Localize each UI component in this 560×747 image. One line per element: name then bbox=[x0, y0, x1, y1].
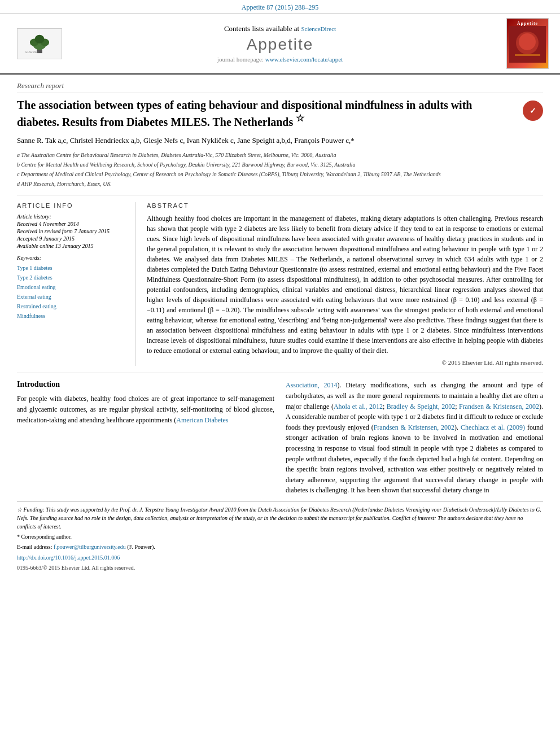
section-tag: Research report bbox=[17, 81, 543, 93]
email-link[interactable]: f.pouwer@tilburguniversity.edu bbox=[54, 544, 126, 550]
affiliations: a The Australian Centre for Behavioural … bbox=[17, 151, 543, 188]
article-info-section: ARTICLE INFO Article history: Received 4… bbox=[17, 202, 127, 321]
svg-point-4 bbox=[34, 35, 44, 43]
cover-image bbox=[509, 26, 546, 63]
intro-right: Association, 2014). Dietary modification… bbox=[286, 380, 543, 496]
article-title: The association between types of eating … bbox=[17, 98, 523, 129]
journal-cover-area: Appetite bbox=[492, 18, 549, 69]
keyword-5: Restrained eating bbox=[17, 302, 127, 311]
affiliation-d: d AHP Research, Hornchurch, Essex, UK bbox=[17, 180, 543, 188]
homepage-label: journal homepage: bbox=[217, 56, 264, 63]
copyright: © 2015 Elsevier Ltd. All rights reserved… bbox=[147, 359, 543, 366]
elsevier-logo: ELSEVIER bbox=[11, 28, 68, 59]
affiliation-c: c Department of Medical and Clinical Psy… bbox=[17, 170, 543, 178]
affiliation-a: a The Australian Centre for Behavioural … bbox=[17, 151, 543, 159]
intro-left-text: For people with diabetes, healthy food c… bbox=[17, 394, 274, 425]
funding-note: ☆ Funding: This study was supported by t… bbox=[17, 505, 543, 531]
sciencedirect-link[interactable]: ScienceDirect bbox=[301, 25, 336, 32]
history-heading: Article history: bbox=[17, 213, 127, 220]
journal-top-bar: Appetite 87 (2015) 288–295 bbox=[0, 0, 560, 14]
sciencedirect-label: Contents lists available at bbox=[224, 24, 299, 33]
sciencedirect-line: Contents lists available at ScienceDirec… bbox=[68, 24, 492, 33]
keywords-section: Keywords: Type 1 diabetes Type 2 diabete… bbox=[17, 255, 127, 321]
abstract-heading: ABSTRACT bbox=[147, 202, 543, 209]
received-revised-date: Received in revised form 7 January 2015 bbox=[17, 228, 127, 234]
american-diabetes-link[interactable]: American Diabetes bbox=[176, 416, 228, 424]
journal-title: Appetite bbox=[68, 36, 492, 54]
bradley-link[interactable]: Bradley & Speight, 2002 bbox=[387, 403, 455, 410]
keyword-3: Emotional eating bbox=[17, 282, 127, 292]
intro-heading: Introduction bbox=[17, 380, 274, 389]
keyword-4: External eating bbox=[17, 292, 127, 302]
accepted-date: Accepted 9 January 2015 bbox=[17, 235, 127, 242]
received-date: Received 4 November 2014 bbox=[17, 221, 127, 227]
right-col: ABSTRACT Although healthy food choices a… bbox=[147, 202, 543, 366]
article-history: Article history: Received 4 November 201… bbox=[17, 213, 127, 249]
article-info-heading: ARTICLE INFO bbox=[17, 202, 127, 209]
keyword-6: Mindfulness bbox=[17, 311, 127, 321]
appetite-cover: Appetite bbox=[506, 18, 549, 69]
frandsen-link[interactable]: Frandsen & Kristensen, 2002 bbox=[459, 403, 539, 410]
issn-line: 0195-6663/© 2015 Elsevier Ltd. All right… bbox=[17, 563, 543, 572]
association-link[interactable]: Association, 2014 bbox=[286, 381, 337, 389]
main-content: Research report The association between … bbox=[0, 75, 560, 580]
crossmark-icon: ✓ bbox=[526, 104, 540, 117]
footnote-area: ☆ Funding: This study was supported by t… bbox=[17, 501, 543, 572]
elsevier-logo-box: ELSEVIER bbox=[17, 28, 62, 59]
email-label: E-mail address: bbox=[17, 544, 52, 550]
corresponding-note: * Corresponding author. bbox=[17, 532, 543, 541]
affiliation-b: b Centre for Mental Health and Wellbeing… bbox=[17, 160, 543, 169]
frandsen2-link[interactable]: Frandsen & Kristensen, 2002 bbox=[374, 423, 454, 431]
keyword-1: Type 1 diabetes bbox=[17, 263, 127, 273]
keywords-heading: Keywords: bbox=[17, 255, 127, 261]
svg-text:✓: ✓ bbox=[530, 106, 536, 115]
keywords-list: Type 1 diabetes Type 2 diabetes Emotiona… bbox=[17, 263, 127, 321]
doi-line[interactable]: http://dx.doi.org/10.1016/j.appet.2015.0… bbox=[17, 553, 543, 562]
intro-right-text: Association, 2014). Dietary modification… bbox=[286, 380, 543, 496]
authors-line: Sanne R. Tak a,c, Christel Hendrieckx a,… bbox=[17, 135, 543, 147]
journal-header-center: Contents lists available at ScienceDirec… bbox=[68, 24, 492, 63]
intro-left: Introduction For people with diabetes, h… bbox=[17, 380, 274, 496]
available-date: Available online 13 January 2015 bbox=[17, 243, 127, 249]
star-marker: ☆ bbox=[296, 113, 304, 124]
article-title-section: The association between types of eating … bbox=[17, 98, 543, 129]
elsevier-tree-icon: ELSEVIER bbox=[23, 33, 56, 54]
abstract-section: ABSTRACT Although healthy food choices a… bbox=[147, 202, 543, 366]
svg-rect-9 bbox=[515, 54, 540, 56]
ahola-link[interactable]: Ahola et al., 2012 bbox=[334, 403, 383, 410]
email-name: (F. Pouwer). bbox=[127, 544, 155, 550]
abstract-text: Although healthy food choices are import… bbox=[147, 213, 543, 356]
journal-header: ELSEVIER Contents lists available at Sci… bbox=[0, 14, 560, 75]
keyword-2: Type 2 diabetes bbox=[17, 273, 127, 282]
crossmark-badge[interactable]: ✓ bbox=[523, 101, 543, 121]
cover-title: Appetite bbox=[517, 21, 538, 26]
left-col: ARTICLE INFO Article history: Received 4… bbox=[17, 202, 135, 366]
svg-point-8 bbox=[519, 33, 536, 50]
homepage-link[interactable]: www.elsevier.com/locate/appet bbox=[265, 56, 343, 63]
email-line: E-mail address: f.pouwer@tilburguniversi… bbox=[17, 543, 543, 551]
volume-issue: Appetite 87 (2015) 288–295 bbox=[242, 3, 318, 11]
svg-text:ELSEVIER: ELSEVIER bbox=[25, 51, 39, 54]
journal-homepage: journal homepage: www.elsevier.com/locat… bbox=[68, 56, 492, 63]
chechlacz-link[interactable]: Chechlacz et al. (2009) bbox=[461, 423, 525, 431]
intro-section: Introduction For people with diabetes, h… bbox=[17, 380, 543, 496]
section-divider bbox=[17, 373, 543, 373]
page-wrapper: Appetite 87 (2015) 288–295 ELSEVIER bbox=[0, 0, 560, 747]
two-col-section: ARTICLE INFO Article history: Received 4… bbox=[17, 195, 543, 366]
elsevier-logo-area: ELSEVIER bbox=[11, 28, 68, 59]
